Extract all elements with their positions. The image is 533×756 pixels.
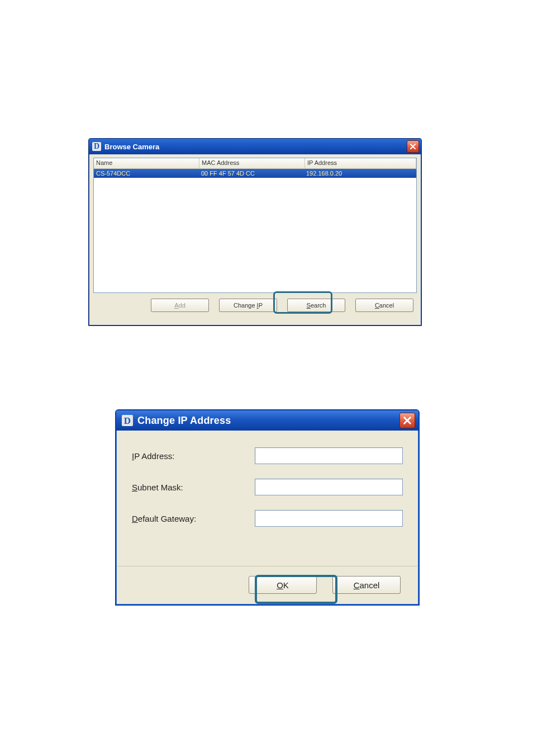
ip-field[interactable] [255, 447, 403, 464]
change-ip-body: IP Address: Subnet Mask: Default Gateway… [116, 431, 418, 527]
cancel-button[interactable]: Cancel [332, 576, 401, 594]
list-rows: CS-574DCC 00 FF 4F 57 4D CC 192.168.0.20 [94, 169, 416, 178]
change-ip-title-text: Change IP Address [137, 415, 399, 427]
change-ip-buttons: OK Cancel [117, 566, 417, 603]
row-ip: IP Address: [132, 447, 403, 464]
browse-camera-window: D Browse Camera Name MAC Address IP Addr… [88, 138, 422, 326]
add-button[interactable]: Add [151, 299, 209, 312]
cancel-button[interactable]: Cancel [355, 299, 413, 312]
row-subnet: Subnet Mask: [132, 479, 403, 495]
label-gateway: Default Gateway: [132, 514, 255, 523]
app-icon: D [92, 142, 101, 151]
close-icon[interactable] [399, 413, 415, 428]
label-ip: IP Address: [132, 451, 255, 461]
camera-list[interactable]: Name MAC Address IP Address CS-574DCC 00… [93, 158, 417, 293]
col-header-mac[interactable]: MAC Address [199, 158, 305, 168]
change-ip-window: D Change IP Address IP Address: Subnet M… [115, 409, 420, 606]
col-header-ip[interactable]: IP Address [305, 158, 416, 168]
browse-titlebar[interactable]: D Browse Camera [89, 139, 421, 154]
cell-mac: 00 FF 4F 57 4D CC [199, 169, 304, 177]
cell-ip: 192.168.0.20 [304, 169, 416, 177]
ok-button[interactable]: OK [249, 576, 317, 594]
browse-buttons: Add Change IP Search Cancel [93, 293, 417, 312]
browse-title-text: Browse Camera [104, 143, 407, 151]
close-icon[interactable] [407, 140, 419, 153]
label-subnet: Subnet Mask: [132, 483, 255, 492]
browse-body: Name MAC Address IP Address CS-574DCC 00… [89, 154, 421, 316]
change-ip-titlebar[interactable]: D Change IP Address [116, 410, 418, 431]
cell-name: CS-574DCC [94, 169, 199, 177]
table-row[interactable]: CS-574DCC 00 FF 4F 57 4D CC 192.168.0.20 [94, 169, 416, 178]
search-button[interactable]: Search [287, 299, 345, 312]
list-header: Name MAC Address IP Address [94, 158, 416, 169]
col-header-name[interactable]: Name [94, 158, 199, 168]
change-ip-button[interactable]: Change IP [219, 299, 277, 312]
app-icon: D [122, 415, 133, 426]
row-gateway: Default Gateway: [132, 510, 403, 527]
gateway-field[interactable] [255, 510, 403, 527]
subnet-field[interactable] [255, 479, 403, 495]
